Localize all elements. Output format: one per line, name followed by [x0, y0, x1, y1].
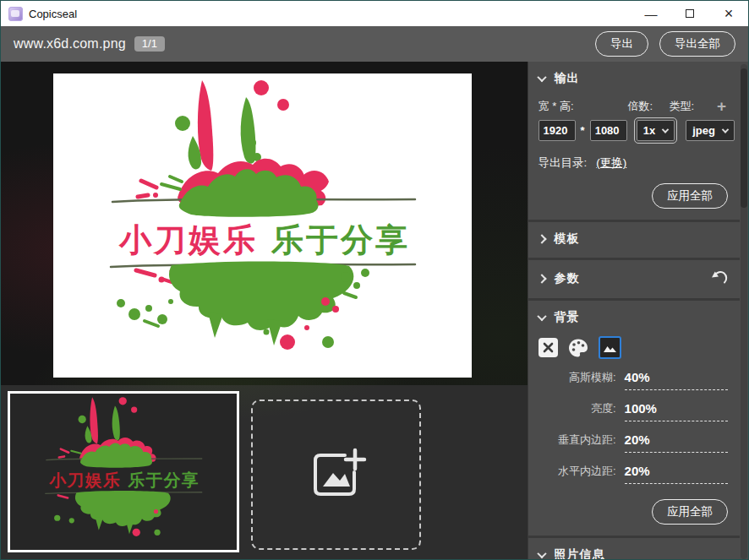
chevron-right-icon — [537, 234, 546, 243]
background-type-buttons — [539, 336, 735, 359]
brightness-value[interactable]: 100% — [625, 401, 728, 421]
thumbnail-selected[interactable]: 小刀娱乐 乐于分享 — [8, 391, 239, 552]
section-title: 模板 — [555, 231, 580, 247]
section-photo-info: 照片信息 相机厂商: — [528, 536, 740, 560]
app-window: Copicseal — × www.x6d.com.png 1/1 导出 导出全… — [0, 0, 749, 560]
image-icon — [603, 342, 617, 353]
output-inputs-row: * 1x jpeg — [539, 120, 735, 141]
add-image-button[interactable] — [251, 400, 421, 550]
section-template: 模板 — [528, 220, 740, 258]
add-output-icon[interactable]: + — [717, 101, 726, 111]
apply-all-background-button[interactable]: 应用全部 — [652, 499, 728, 525]
multiplier-label: 倍数: — [628, 99, 670, 114]
section-template-header[interactable]: 模板 — [539, 231, 735, 247]
chevron-down-icon — [537, 73, 546, 82]
blur-label: 高斯模糊: — [539, 370, 616, 390]
close-icon — [543, 342, 554, 353]
maximize-icon — [686, 9, 694, 18]
width-height-label: 宽 * 高: — [539, 99, 628, 114]
type-label: 类型: — [670, 99, 695, 114]
width-input[interactable] — [539, 120, 576, 141]
chevron-down-icon — [662, 126, 669, 133]
hpadding-field: 水平内边距: 20% — [539, 464, 735, 484]
section-output: 输出 宽 * 高: 倍数: 类型: + * 1x — [528, 62, 740, 220]
output-labels-row: 宽 * 高: 倍数: 类型: + — [539, 99, 735, 114]
section-title: 输出 — [555, 71, 580, 86]
multiplier-value: 1x — [643, 124, 655, 137]
blur-field: 高斯模糊: 40% — [539, 370, 735, 390]
vpadding-label: 垂直内边距: — [539, 432, 616, 453]
add-image-icon — [305, 447, 368, 503]
logo-text-green: 乐于分享 — [271, 222, 410, 258]
section-background: 背景 — [528, 298, 740, 536]
blur-value[interactable]: 40% — [625, 370, 728, 390]
change-dir-link[interactable]: (更换) — [596, 155, 626, 171]
export-button[interactable]: 导出 — [595, 31, 648, 57]
chevron-down-icon — [537, 549, 546, 558]
hpadding-value[interactable]: 20% — [625, 464, 728, 484]
sidebar-scrollbar-thumb[interactable] — [741, 68, 747, 208]
export-dir-label: 导出目录: — [539, 155, 588, 171]
bg-none-button[interactable] — [539, 338, 558, 357]
preview-canvas: 小刀娱乐 乐于分享 — [1, 62, 528, 385]
filetype-select[interactable]: jpeg — [686, 120, 735, 141]
settings-sidebar: 输出 宽 * 高: 倍数: 类型: + * 1x — [528, 62, 748, 560]
header-actions: 导出 导出全部 — [595, 31, 735, 57]
logo-artwork: 小刀娱乐 乐于分享 — [53, 73, 472, 378]
hpadding-label: 水平内边距: — [539, 464, 616, 484]
app-title: Copicseal — [29, 8, 77, 20]
vpadding-value[interactable]: 20% — [625, 432, 728, 453]
apply-all-output-button[interactable]: 应用全部 — [652, 183, 728, 209]
brightness-label: 亮度: — [539, 401, 616, 421]
header-bar: www.x6d.com.png 1/1 导出 导出全部 — [1, 26, 748, 62]
maximize-button[interactable] — [670, 1, 709, 26]
export-all-button[interactable]: 导出全部 — [659, 31, 735, 57]
current-filename: www.x6d.com.png — [14, 36, 126, 52]
page-count-badge: 1/1 — [134, 36, 165, 52]
minimize-button[interactable]: — — [631, 1, 670, 26]
logo-text-red: 小刀娱乐 — [118, 222, 258, 258]
window-controls: — × — [631, 1, 748, 26]
brightness-field: 亮度: 100% — [539, 401, 735, 421]
title-bar: Copicseal — × — [1, 1, 748, 26]
section-output-header[interactable]: 输出 — [539, 71, 735, 86]
section-params: 参数 — [528, 258, 740, 298]
svg-text:小刀娱乐: 小刀娱乐 — [48, 470, 121, 488]
export-dir-row: 导出目录: (更换) — [539, 155, 735, 171]
app-icon — [8, 7, 23, 21]
chevron-down-icon — [537, 312, 546, 321]
undo-icon[interactable] — [711, 269, 728, 287]
height-input[interactable] — [590, 120, 627, 141]
section-background-header[interactable]: 背景 — [539, 310, 735, 325]
preview-image: 小刀娱乐 乐于分享 — [53, 73, 472, 378]
section-title: 参数 — [555, 271, 580, 286]
vpadding-field: 垂直内边距: 20% — [539, 432, 735, 453]
bg-color-button[interactable] — [568, 338, 588, 358]
close-button[interactable]: × — [709, 1, 748, 26]
palette-icon — [568, 338, 588, 358]
chevron-down-icon — [722, 126, 729, 133]
section-params-header[interactable]: 参数 — [539, 269, 735, 287]
preview-pane: 小刀娱乐 乐于分享 — [1, 62, 528, 560]
section-title: 照片信息 — [555, 547, 605, 560]
section-title: 背景 — [555, 310, 580, 325]
svg-text:乐于分享: 乐于分享 — [127, 470, 200, 488]
dimension-separator: * — [581, 124, 585, 137]
thumbnail-strip: 小刀娱乐 乐于分享 — [1, 385, 528, 560]
bg-image-button-selected[interactable] — [599, 336, 621, 359]
section-photo-info-header[interactable]: 照片信息 — [539, 547, 735, 560]
thumbnail-artwork: 小刀娱乐 乐于分享 — [15, 394, 232, 551]
chevron-right-icon — [537, 274, 546, 283]
multiplier-select[interactable]: 1x — [637, 120, 675, 141]
filetype-value: jpeg — [692, 124, 715, 137]
